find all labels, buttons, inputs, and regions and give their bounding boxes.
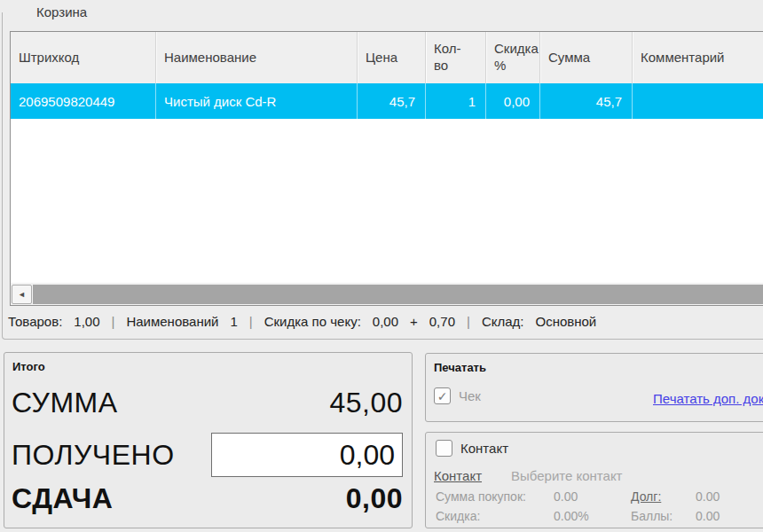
scrollbar-thumb[interactable] — [33, 285, 763, 304]
names-count-label: Наименований — [126, 314, 218, 329]
cell-discount: 0,00 — [485, 83, 539, 119]
items-count-value: 1,00 — [74, 314, 99, 329]
change-label: СДАЧА — [12, 482, 113, 515]
debt-link[interactable]: Долг: — [631, 489, 696, 504]
sum-value: 45,00 — [329, 387, 403, 419]
contact-select-hint: Выберите контакт — [511, 468, 623, 483]
items-count-label: Товаров: — [8, 314, 62, 329]
cell-price: 45,7 — [357, 83, 425, 119]
extra-discount-value: 0,70 — [429, 314, 455, 329]
points-value: 0.00 — [696, 509, 763, 523]
change-row: СДАЧА 0,00 — [12, 481, 403, 516]
points-label: Баллы: — [631, 509, 696, 523]
cart-table: Штрихкод Наименование Цена Кол- во Скидк… — [10, 31, 763, 306]
receipt-checkbox-label: Чек — [459, 388, 481, 403]
cart-group: Штрихкод Наименование Цена Кол- во Скидк… — [2, 12, 763, 340]
received-input[interactable] — [211, 433, 403, 477]
table-empty-area — [11, 119, 763, 282]
contact-panel: Контакт Контакт Выберите контакт Сумма п… — [425, 432, 763, 528]
contact-checkbox[interactable] — [436, 440, 452, 457]
cart-group-title: Корзина — [34, 4, 90, 20]
stock-label: Склад: — [482, 314, 524, 329]
plus-sign: + — [410, 314, 418, 329]
cart-row-selected[interactable]: 2069509820449 Чистый диск Cd-R 45,7 1 0,… — [11, 83, 763, 119]
scroll-left-arrow-icon: ◄ — [18, 290, 26, 299]
scrollbar-left-button[interactable]: ◄ — [12, 285, 32, 304]
sum-row: СУММА 45,00 — [12, 385, 403, 420]
contact-checkbox-label: Контакт — [460, 441, 508, 456]
column-header-barcode[interactable]: Штрихкод — [11, 32, 155, 83]
print-panel: Печатать ✓ Чек Печатать доп. док — [425, 353, 763, 422]
stock-value: Основной — [535, 314, 596, 329]
status-separator: | — [249, 314, 253, 329]
contact-checkbox-row[interactable]: Контакт — [436, 440, 508, 457]
cell-name: Чистый диск Cd-R — [155, 83, 357, 119]
cell-barcode: 2069509820449 — [11, 83, 155, 119]
column-header-sum[interactable]: Сумма — [539, 32, 632, 83]
receipt-checkbox[interactable]: ✓ — [434, 387, 451, 404]
contact-discount-value: 0.00% — [554, 509, 631, 523]
purchases-value: 0.00 — [554, 489, 631, 504]
cell-sum: 45,7 — [539, 83, 632, 119]
cart-table-header: Штрихкод Наименование Цена Кол- во Скидк… — [11, 32, 763, 83]
column-header-discount[interactable]: Скидка % — [485, 32, 539, 83]
cell-comment — [632, 83, 641, 119]
cell-qty: 1 — [425, 83, 485, 119]
status-separator: | — [112, 314, 115, 329]
sum-label: СУММА — [12, 387, 118, 419]
print-extra-docs-link[interactable]: Печатать доп. док — [653, 391, 763, 406]
contact-discount-label: Скидка: — [436, 509, 554, 523]
status-bar: Товаров: 1,00 | Наименований 1 | Скидка … — [8, 314, 596, 329]
print-title: Печатать — [434, 361, 486, 374]
contact-stats-row: Сумма покупок: 0.00 Долг: 0.00 — [436, 489, 763, 504]
pos-window: { "colors": { "selection": "#00bdf2", "l… — [0, 0, 763, 532]
horizontal-scrollbar[interactable]: ◄ — [11, 282, 763, 305]
contact-select-link[interactable]: Контакт — [434, 468, 482, 483]
status-separator: | — [467, 314, 470, 329]
column-header-qty[interactable]: Кол- во — [425, 32, 485, 83]
debt-value: 0.00 — [696, 489, 763, 504]
totals-title: Итого — [12, 360, 45, 373]
purchases-label: Сумма покупок: — [436, 489, 554, 504]
column-header-name[interactable]: Наименование — [155, 32, 357, 83]
change-value: 0,00 — [346, 482, 403, 515]
column-header-price[interactable]: Цена — [357, 32, 425, 83]
totals-panel: Итого СУММА 45,00 ПОЛУЧЕНО СДАЧА 0,00 — [4, 352, 413, 528]
receipt-checkbox-row[interactable]: ✓ Чек — [434, 387, 481, 404]
received-label: ПОЛУЧЕНО — [12, 439, 175, 472]
names-count-value: 1 — [230, 314, 237, 329]
checkmark-icon: ✓ — [437, 389, 448, 403]
check-discount-value: 0,00 — [373, 314, 398, 329]
check-discount-label: Скидка по чеку: — [264, 314, 361, 329]
column-header-comment[interactable]: Комментарий — [632, 32, 763, 83]
contact-stats-row: Скидка: 0.00% Баллы: 0.00 — [436, 509, 763, 523]
